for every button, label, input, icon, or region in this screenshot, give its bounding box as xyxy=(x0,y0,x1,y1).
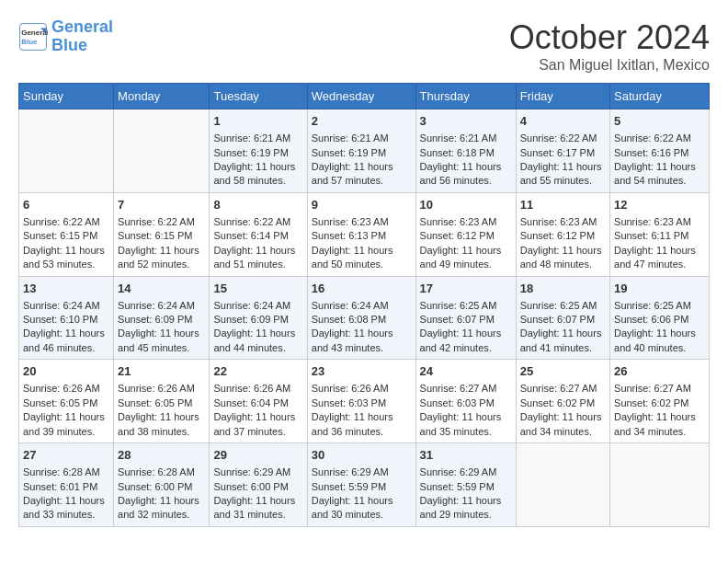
day-number: 1 xyxy=(213,113,302,130)
calendar-cell: 22Sunrise: 6:26 AMSunset: 6:04 PMDayligh… xyxy=(210,360,307,443)
calendar-cell: 8Sunrise: 6:22 AMSunset: 6:14 PMDaylight… xyxy=(210,192,307,276)
logo-line1: General xyxy=(51,17,113,36)
day-number: 11 xyxy=(520,197,606,213)
location: San Miguel Ixitlan, Mexico xyxy=(509,57,710,74)
daylight-text: Daylight: 11 hours and 45 minutes. xyxy=(118,327,199,352)
sunset-text: Sunset: 6:16 PM xyxy=(614,147,688,158)
sunset-text: Sunset: 6:14 PM xyxy=(213,230,288,241)
sunrise-text: Sunrise: 6:26 AM xyxy=(312,383,389,394)
calendar-cell: 28Sunrise: 6:28 AMSunset: 6:00 PMDayligh… xyxy=(114,443,210,527)
daylight-text: Daylight: 11 hours and 50 minutes. xyxy=(312,245,393,270)
sunset-text: Sunset: 6:04 PM xyxy=(213,397,288,408)
calendar-cell: 5Sunrise: 6:22 AMSunset: 6:16 PMDaylight… xyxy=(610,109,710,193)
calendar-cell: 20Sunrise: 6:26 AMSunset: 6:05 PMDayligh… xyxy=(19,360,114,443)
sunrise-text: Sunrise: 6:28 AM xyxy=(23,466,100,477)
weekday-header: Wednesday xyxy=(307,84,415,109)
sunrise-text: Sunrise: 6:29 AM xyxy=(213,466,290,477)
daylight-text: Daylight: 11 hours and 57 minutes. xyxy=(312,161,393,186)
logo-icon: General Blue xyxy=(18,22,48,52)
page-header: General Blue General Blue October 2024 S… xyxy=(18,18,710,74)
sunrise-text: Sunrise: 6:24 AM xyxy=(213,300,290,311)
daylight-text: Daylight: 11 hours and 48 minutes. xyxy=(520,245,602,270)
sunrise-text: Sunrise: 6:23 AM xyxy=(614,216,691,227)
daylight-text: Daylight: 11 hours and 34 minutes. xyxy=(520,411,602,436)
day-number: 22 xyxy=(213,363,302,380)
sunrise-text: Sunrise: 6:22 AM xyxy=(23,216,100,227)
calendar-cell: 15Sunrise: 6:24 AMSunset: 6:09 PMDayligh… xyxy=(210,276,307,360)
sunset-text: Sunset: 6:11 PM xyxy=(614,230,688,241)
daylight-text: Daylight: 11 hours and 41 minutes. xyxy=(520,327,602,352)
sunrise-text: Sunrise: 6:24 AM xyxy=(312,300,389,311)
svg-text:Blue: Blue xyxy=(21,38,38,46)
sunset-text: Sunset: 6:00 PM xyxy=(213,481,288,492)
day-number: 30 xyxy=(312,447,412,464)
day-number: 26 xyxy=(614,363,705,380)
day-number: 20 xyxy=(23,363,109,380)
daylight-text: Daylight: 11 hours and 36 minutes. xyxy=(312,411,393,436)
sunset-text: Sunset: 6:09 PM xyxy=(213,314,288,325)
sunrise-text: Sunrise: 6:25 AM xyxy=(520,300,597,311)
sunset-text: Sunset: 6:05 PM xyxy=(118,397,192,408)
weekday-header: Thursday xyxy=(415,84,516,109)
calendar-cell: 26Sunrise: 6:27 AMSunset: 6:02 PMDayligh… xyxy=(610,360,710,443)
calendar-cell: 30Sunrise: 6:29 AMSunset: 5:59 PMDayligh… xyxy=(307,443,415,527)
sunset-text: Sunset: 6:07 PM xyxy=(420,314,495,325)
calendar-cell: 14Sunrise: 6:24 AMSunset: 6:09 PMDayligh… xyxy=(114,276,210,360)
calendar-table: SundayMondayTuesdayWednesdayThursdayFrid… xyxy=(18,83,710,527)
calendar-cell: 23Sunrise: 6:26 AMSunset: 6:03 PMDayligh… xyxy=(307,360,415,443)
daylight-text: Daylight: 11 hours and 34 minutes. xyxy=(614,411,696,436)
day-number: 18 xyxy=(520,281,606,297)
sunrise-text: Sunrise: 6:24 AM xyxy=(118,300,195,311)
sunset-text: Sunset: 5:59 PM xyxy=(312,481,386,492)
sunrise-text: Sunrise: 6:26 AM xyxy=(118,383,195,394)
sunrise-text: Sunrise: 6:29 AM xyxy=(420,466,497,477)
day-number: 24 xyxy=(420,363,512,380)
calendar-cell xyxy=(610,443,710,527)
sunrise-text: Sunrise: 6:27 AM xyxy=(614,383,691,394)
sunset-text: Sunset: 6:08 PM xyxy=(312,314,386,325)
sunset-text: Sunset: 6:02 PM xyxy=(614,397,688,408)
sunrise-text: Sunrise: 6:25 AM xyxy=(420,300,497,311)
sunset-text: Sunset: 6:10 PM xyxy=(23,314,97,325)
daylight-text: Daylight: 11 hours and 52 minutes. xyxy=(118,245,199,270)
day-number: 16 xyxy=(312,281,412,297)
calendar-cell: 4Sunrise: 6:22 AMSunset: 6:17 PMDaylight… xyxy=(516,109,609,193)
calendar-week-row: 27Sunrise: 6:28 AMSunset: 6:01 PMDayligh… xyxy=(19,443,710,527)
sunset-text: Sunset: 6:15 PM xyxy=(23,230,97,241)
daylight-text: Daylight: 11 hours and 51 minutes. xyxy=(213,245,295,270)
day-number: 6 xyxy=(23,197,109,213)
sunrise-text: Sunrise: 6:27 AM xyxy=(520,383,597,394)
day-number: 5 xyxy=(614,113,705,130)
month-title: October 2024 xyxy=(509,18,710,57)
day-number: 23 xyxy=(312,363,412,380)
calendar-cell xyxy=(516,443,609,527)
sunrise-text: Sunrise: 6:24 AM xyxy=(23,300,100,311)
day-number: 19 xyxy=(614,281,705,297)
day-number: 3 xyxy=(420,113,512,130)
day-number: 12 xyxy=(614,197,705,213)
calendar-week-row: 1Sunrise: 6:21 AMSunset: 6:19 PMDaylight… xyxy=(19,109,710,193)
day-number: 4 xyxy=(520,113,606,130)
day-number: 2 xyxy=(312,113,412,130)
sunrise-text: Sunrise: 6:23 AM xyxy=(520,216,597,227)
day-number: 27 xyxy=(23,447,109,464)
daylight-text: Daylight: 11 hours and 47 minutes. xyxy=(614,245,696,270)
calendar-cell: 13Sunrise: 6:24 AMSunset: 6:10 PMDayligh… xyxy=(19,276,114,360)
sunrise-text: Sunrise: 6:27 AM xyxy=(420,383,497,394)
sunset-text: Sunset: 5:59 PM xyxy=(420,481,495,492)
sunset-text: Sunset: 6:00 PM xyxy=(118,481,192,492)
sunset-text: Sunset: 6:03 PM xyxy=(312,397,386,408)
weekday-header: Tuesday xyxy=(210,84,307,109)
daylight-text: Daylight: 11 hours and 54 minutes. xyxy=(614,161,696,186)
day-number: 7 xyxy=(118,197,205,213)
calendar-cell: 24Sunrise: 6:27 AMSunset: 6:03 PMDayligh… xyxy=(415,360,516,443)
day-number: 8 xyxy=(213,197,302,213)
weekday-header: Friday xyxy=(516,84,609,109)
daylight-text: Daylight: 11 hours and 44 minutes. xyxy=(213,327,295,352)
calendar-week-row: 6Sunrise: 6:22 AMSunset: 6:15 PMDaylight… xyxy=(19,192,710,276)
day-number: 21 xyxy=(118,363,205,380)
sunrise-text: Sunrise: 6:21 AM xyxy=(312,132,389,144)
sunset-text: Sunset: 6:01 PM xyxy=(23,481,97,492)
sunrise-text: Sunrise: 6:28 AM xyxy=(118,466,195,477)
calendar-week-row: 20Sunrise: 6:26 AMSunset: 6:05 PMDayligh… xyxy=(19,360,710,443)
